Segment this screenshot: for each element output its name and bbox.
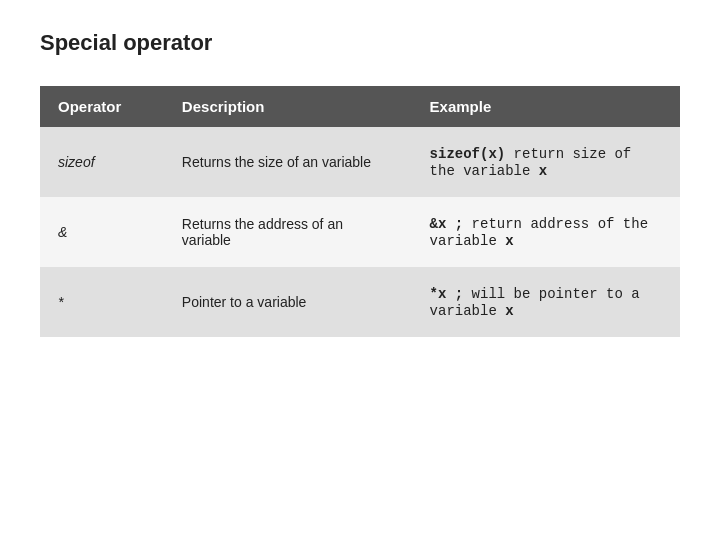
page-title: Special operator [40, 30, 680, 56]
special-operator-table: Operator Description Example sizeof Retu… [40, 86, 680, 337]
table-container: Operator Description Example sizeof Retu… [40, 86, 680, 337]
example-sizeof-code: sizeof(x) return size of the variable x [430, 146, 632, 179]
page: Special operator Operator Description Ex… [0, 0, 720, 540]
header-example: Example [412, 86, 680, 127]
example-pointer-code: *x ; will be pointer to a variable x [430, 286, 640, 319]
table-row: & Returns the address of an variable &x … [40, 197, 680, 267]
description-address: Returns the address of an variable [164, 197, 412, 267]
description-pointer: Pointer to a variable [164, 267, 412, 337]
operator-sizeof: sizeof [40, 127, 164, 197]
table-header-row: Operator Description Example [40, 86, 680, 127]
header-operator: Operator [40, 86, 164, 127]
header-description: Description [164, 86, 412, 127]
example-sizeof: sizeof(x) return size of the variable x [412, 127, 680, 197]
table-row: sizeof Returns the size of an variable s… [40, 127, 680, 197]
operator-pointer: * [40, 267, 164, 337]
example-address-code: &x ; return address of the variable x [430, 216, 648, 249]
example-address: &x ; return address of the variable x [412, 197, 680, 267]
description-sizeof: Returns the size of an variable [164, 127, 412, 197]
operator-address: & [40, 197, 164, 267]
example-pointer: *x ; will be pointer to a variable x [412, 267, 680, 337]
table-row: * Pointer to a variable *x ; will be poi… [40, 267, 680, 337]
